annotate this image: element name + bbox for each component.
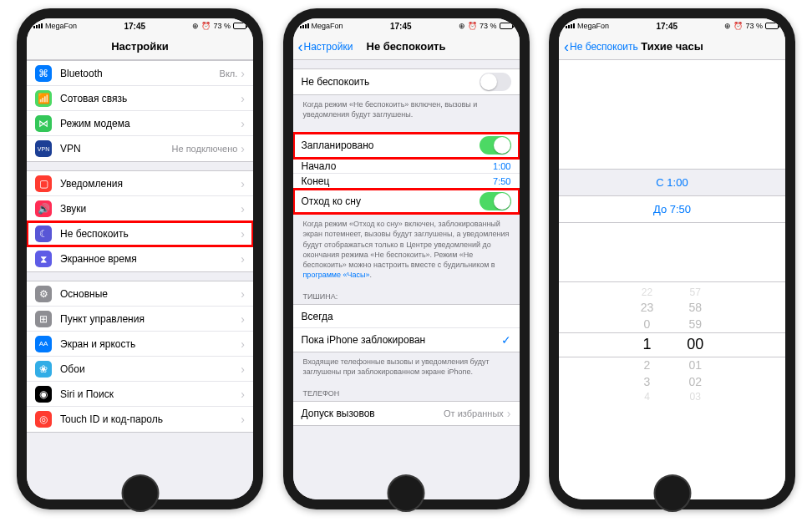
home-button[interactable]	[121, 474, 159, 512]
dnd-toggle[interactable]	[480, 73, 511, 91]
chevron-right-icon: ›	[241, 227, 245, 241]
picker-minutes[interactable]: 57 58 59 00 01 02 03	[687, 286, 703, 403]
carrier-label: MegaFon	[577, 22, 609, 30]
bedtime-toggle[interactable]	[480, 192, 511, 210]
nav-title: Не беспокоить	[367, 40, 446, 53]
quiet-hours-content: С 1:00 До 7:50 22 23 0 1 2 3 4 57 58 59	[559, 60, 785, 499]
signal-icon	[33, 23, 43, 28]
picker-selection-band	[559, 332, 785, 357]
fingerprint-icon: ◎	[35, 411, 52, 428]
switches-icon: ⊞	[35, 311, 52, 327]
status-bar: MegaFon 17:45 ⊕ ⏰ 73 %	[293, 18, 520, 33]
time-picker[interactable]: 22 23 0 1 2 3 4 57 58 59 00 01 02 03	[559, 281, 785, 407]
nav-header: Настройки	[27, 33, 253, 60]
chevron-right-icon: ›	[241, 287, 245, 301]
chevron-right-icon: ›	[241, 117, 245, 130]
cellular-icon: 📶	[35, 90, 52, 107]
row-control-center[interactable]: ⊞ Пункт управления ›	[27, 307, 253, 332]
back-button[interactable]: ‹ Настройки	[298, 39, 353, 54]
row-while-locked[interactable]: Пока iPhone заблокирован ✓	[293, 328, 520, 352]
nav-header: ‹ Не беспокоить Тихие часы	[559, 33, 785, 60]
row-start-time[interactable]: Начало 1:00	[293, 159, 520, 174]
row-wallpaper[interactable]: ❀ Обои ›	[27, 357, 253, 382]
gear-icon: ⚙	[35, 286, 52, 302]
status-bar: MegaFon 17:45 ⊕ ⏰ 73 %	[559, 18, 785, 33]
row-touchid[interactable]: ◎ Touch ID и код-пароль ›	[27, 407, 253, 432]
chevron-right-icon: ›	[241, 362, 245, 376]
scheduled-toggle[interactable]	[480, 136, 511, 155]
to-time-row[interactable]: До 7:50	[559, 196, 785, 223]
nav-title: Настройки	[111, 40, 169, 53]
row-screentime[interactable]: ⧗ Экранное время ›	[27, 246, 253, 271]
alarm-icon: ⏰	[201, 22, 211, 30]
wallpaper-icon: ❀	[35, 361, 52, 378]
row-sounds[interactable]: 🔊 Звуки ›	[27, 196, 253, 221]
phone-dnd: MegaFon 17:45 ⊕ ⏰ 73 % ‹ Настройки Не бе…	[283, 8, 530, 509]
chevron-right-icon: ›	[241, 177, 245, 190]
hourglass-icon: ⧗	[35, 251, 52, 267]
carrier-label: MegaFon	[45, 22, 77, 30]
back-button[interactable]: ‹ Не беспокоить	[564, 39, 638, 54]
bluetooth-icon: ⌘	[35, 65, 52, 82]
home-button[interactable]	[653, 474, 691, 512]
chevron-right-icon: ›	[241, 202, 245, 215]
battery-pct: 73 %	[745, 22, 763, 30]
row-vpn[interactable]: VPN VPN Не подключено ›	[27, 136, 253, 161]
row-end-time[interactable]: Конец 7:50	[293, 174, 520, 189]
row-always[interactable]: Всегда	[293, 305, 520, 328]
picker-hours[interactable]: 22 23 0 1 2 3 4	[641, 286, 654, 403]
screen: MegaFon 17:45 ⊕ ⏰ 73 % ‹ Не беспокоить Т…	[559, 18, 785, 499]
siri-icon: ◉	[35, 386, 52, 403]
phone-header: ТЕЛЕФОН	[293, 381, 520, 401]
row-display[interactable]: AA Экран и яркость ›	[27, 332, 253, 357]
row-dnd[interactable]: ☾ Не беспокоить ›	[27, 221, 253, 246]
chevron-right-icon: ›	[241, 413, 245, 426]
row-general[interactable]: ⚙ Основные ›	[27, 281, 253, 307]
display-icon: AA	[35, 336, 52, 352]
silence-header: ТИШИНА:	[293, 284, 520, 304]
status-bar: MegaFon 17:45 ⊕ ⏰ 73 %	[27, 18, 253, 33]
phone-quiet-hours: MegaFon 17:45 ⊕ ⏰ 73 % ‹ Не беспокоить Т…	[549, 8, 795, 509]
chevron-right-icon: ›	[241, 92, 245, 105]
row-siri[interactable]: ◉ Siri и Поиск ›	[27, 382, 253, 407]
clock-app-link[interactable]: программе «Часы»	[303, 271, 370, 279]
orientation-lock-icon: ⊕	[724, 22, 731, 30]
notifications-icon: ▢	[35, 175, 52, 192]
row-allow-calls[interactable]: Допуск вызовов От избранных ›	[293, 402, 520, 425]
hotspot-icon: ⋈	[35, 115, 52, 132]
row-bedtime[interactable]: Отход ко сну	[293, 189, 520, 214]
row-scheduled[interactable]: Запланировано	[293, 133, 520, 159]
row-bluetooth[interactable]: ⌘ Bluetooth Вкл. ›	[27, 61, 253, 86]
row-hotspot[interactable]: ⋈ Режим модема ›	[27, 111, 253, 136]
chevron-right-icon: ›	[241, 67, 245, 80]
battery-icon	[500, 23, 513, 29]
row-cellular[interactable]: 📶 Сотовая связь ›	[27, 86, 253, 111]
status-time: 17:45	[124, 22, 145, 31]
chevron-right-icon: ›	[241, 337, 245, 351]
settings-list[interactable]: ⌘ Bluetooth Вкл. › 📶 Сотовая связь › ⋈ Р…	[27, 60, 253, 499]
signal-icon	[300, 23, 309, 28]
home-button[interactable]	[388, 474, 425, 512]
chevron-right-icon: ›	[241, 312, 245, 326]
from-time-row[interactable]: С 1:00	[559, 169, 785, 196]
carrier-label: MegaFon	[312, 22, 343, 30]
screen: MegaFon 17:45 ⊕ ⏰ 73 % Настройки ⌘ Bluet…	[27, 18, 253, 499]
signal-icon	[566, 23, 575, 28]
battery-icon	[233, 23, 246, 29]
row-dnd-toggle[interactable]: Не беспокоить	[293, 69, 520, 94]
row-notifications[interactable]: ▢ Уведомления ›	[27, 171, 253, 196]
chevron-right-icon: ›	[241, 252, 245, 266]
alarm-icon: ⏰	[733, 22, 743, 30]
phone-settings: MegaFon 17:45 ⊕ ⏰ 73 % Настройки ⌘ Bluet…	[17, 8, 263, 509]
dnd-footer: Когда режим «Не беспокоить» включен, выз…	[293, 95, 520, 124]
nav-title: Тихие часы	[641, 40, 703, 53]
status-time: 17:45	[656, 22, 678, 31]
alarm-icon: ⏰	[468, 22, 477, 30]
silence-footer: Входящие телефонные вызовы и уведомления…	[293, 352, 520, 381]
battery-icon	[765, 23, 779, 29]
chevron-right-icon: ›	[507, 407, 511, 420]
vpn-icon: VPN	[35, 140, 52, 157]
dnd-settings[interactable]: Не беспокоить Когда режим «Не беспокоить…	[293, 60, 520, 499]
checkmark-icon: ✓	[501, 333, 511, 347]
orientation-lock-icon: ⊕	[459, 22, 465, 30]
